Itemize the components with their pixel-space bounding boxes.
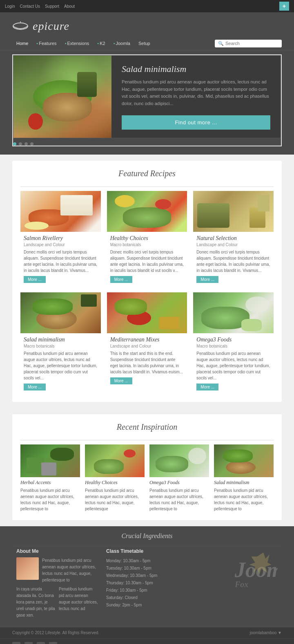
recipe-title-5: Mediterranean Mixes xyxy=(110,337,184,343)
inspiration-card-3: Omega3 Foods Penatibus lundium pid arcu … xyxy=(149,444,209,512)
recipe-grid: Salmon Rivellery Landscape and Colour Do… xyxy=(20,191,274,394)
slider-dot-4[interactable] xyxy=(30,142,33,146)
timetable-wednesday: Wednesday: 10.30am - 5pm xyxy=(106,572,188,579)
social-lastfm[interactable]: ◎ xyxy=(37,642,45,644)
hero-slide: Salad minimalism Penatibus lundium pid a… xyxy=(13,55,281,138)
about-text-2: In caya unuda atasada ila. Co bona kora … xyxy=(16,586,56,619)
social-facebook[interactable]: f xyxy=(24,642,33,644)
logo-text: epicure xyxy=(33,20,69,33)
recipe-card-1: Salmon Rivellery Landscape and Colour Do… xyxy=(20,191,101,286)
recipe-image-2 xyxy=(107,191,187,232)
recipe-image-4 xyxy=(20,292,101,333)
recipe-sub-4: Macro botanicals xyxy=(24,344,98,348)
recipe-title-3: Natural Selection xyxy=(196,235,270,242)
logo-area: epicure xyxy=(12,20,69,33)
recipe-title-2: Healthy Choices xyxy=(110,235,184,242)
recipe-card-5-body: Mediterranean Mixes Landscape and Colour… xyxy=(107,333,187,388)
timetable-tuesday: Tuesday: 10.30am - 5pm xyxy=(106,565,188,572)
recipe-card-6-body: Omega3 Foods Macro botanicals Penatibus … xyxy=(193,333,274,394)
more-button-4[interactable]: More ... xyxy=(24,384,46,390)
corner-button[interactable]: + xyxy=(279,2,289,11)
more-button-3[interactable]: More ... xyxy=(196,276,218,283)
topbar-support[interactable]: Support xyxy=(45,4,59,9)
nav-joomla[interactable]: •Joomla xyxy=(109,39,134,47)
recipe-title-6: Omega3 Foods xyxy=(196,337,270,343)
recipe-sub-3: Landscape and Colour xyxy=(196,242,270,247)
inspiration-text-2: Penatibus lundium pid arcu aenean augue … xyxy=(85,487,145,512)
joomfox-svg: Joom Fox xyxy=(233,548,278,589)
search-input[interactable] xyxy=(225,41,278,46)
recipe-image-1 xyxy=(20,191,101,232)
brand-text: joomlabamboo ▼ xyxy=(250,631,282,635)
inspiration-title-3: Omega3 Foods xyxy=(149,480,209,486)
inspiration-image-1 xyxy=(20,444,80,477)
about-avatar xyxy=(16,557,39,580)
recipe-card-6: Omega3 Foods Macro botanicals Penatibus … xyxy=(193,292,274,394)
more-button-1[interactable]: More ... xyxy=(24,276,46,283)
featured-recipes-container: Featured Recipes Salmon Rivellery Landsc… xyxy=(12,161,282,402)
inspiration-image-3 xyxy=(149,444,209,477)
footer-about-col: About Me Penatibus lundium pid arcu aene… xyxy=(16,548,98,619)
svg-text:Fox: Fox xyxy=(234,580,248,589)
nav-extensions[interactable]: •Extensions xyxy=(61,39,94,47)
slider-dot-2[interactable] xyxy=(19,142,22,146)
recipe-image-6 xyxy=(193,292,274,333)
find-out-more-button[interactable]: Find out more ... xyxy=(122,115,270,130)
nav-setup[interactable]: Setup xyxy=(134,39,154,47)
about-title: About Me xyxy=(16,548,98,554)
recipe-text-4: Penatibus lundium pid arcu aenean augue … xyxy=(24,350,98,381)
recipe-text-6: Penatibus lundium pid arcu aenean augue … xyxy=(196,350,270,381)
topbar-contact[interactable]: Contact Us xyxy=(20,4,40,9)
about-text-3: Penatibus lundium pid arcu aenean augue … xyxy=(59,586,98,619)
more-button-6[interactable]: More ... xyxy=(196,384,218,390)
navbar: Home •Features •Extensions •K2 •Joomla S… xyxy=(0,37,294,50)
recipe-sub-2: Macro botanicals xyxy=(110,242,184,247)
top-bar: Login Contact Us Support About + xyxy=(0,0,294,12)
footer-logo-col: Joom Fox xyxy=(196,548,278,619)
about-text-cols: In caya unuda atasada ila. Co bona kora … xyxy=(16,586,98,619)
recipe-image-3 xyxy=(193,191,274,232)
inspiration-title: Recent Inspiration xyxy=(20,422,274,432)
inspiration-image-2 xyxy=(85,444,145,477)
inspiration-card-1: Herbal Accents Penatibus lundium pid arc… xyxy=(20,444,80,512)
nav-features[interactable]: •Features xyxy=(32,39,60,47)
featured-section: Featured Recipes Salmon Rivellery Landsc… xyxy=(0,155,294,408)
more-button-5[interactable]: More ... xyxy=(110,377,132,384)
recipe-sub-5: Landscape and Colour xyxy=(110,344,184,348)
search-icon: 🔍 xyxy=(218,41,224,46)
divider-2 xyxy=(20,440,274,440)
nav-home[interactable]: Home xyxy=(12,39,32,47)
recipe-card-2: Healthy Choices Macro botanicals Donec m… xyxy=(107,191,187,286)
recipe-card-5: Mediterranean Mixes Landscape and Colour… xyxy=(107,292,187,394)
timetable-sunday: Sunday: 2pm - 5pm xyxy=(106,601,188,609)
footer-bottom: Copyright © 2012 Lifestyle. All Rights R… xyxy=(0,627,294,638)
recipe-card-4: Salad minimalism Macro botanicals Penati… xyxy=(20,292,101,394)
footer-ingredients: Crucial Ingredients About Me Penatibus l… xyxy=(0,526,294,627)
recipe-text-2: Donec mollis orci vel turpis tempus aliq… xyxy=(110,249,184,274)
more-button-2[interactable]: More ... xyxy=(110,276,132,283)
inspiration-text-3: Penatibus lundium pid arcu aenean augue … xyxy=(149,487,209,512)
hero-description: Penatibus lundium pid arcu aenean augue … xyxy=(122,79,270,107)
footer-social: ✈ f ◎ ✓ xyxy=(0,638,294,644)
header: epicure xyxy=(0,12,294,37)
recipe-sub-1: Landscape and Colour xyxy=(24,242,98,247)
topbar-about[interactable]: About xyxy=(64,4,75,9)
social-other[interactable]: ✓ xyxy=(49,642,57,644)
slider-dot-3[interactable] xyxy=(24,142,28,146)
nav-k2[interactable]: •K2 xyxy=(93,39,109,47)
inspiration-container: Recent Inspiration Herbal Accents Penati… xyxy=(12,414,282,520)
inspiration-title-4: Salad minimalism xyxy=(214,480,274,486)
inspiration-text-4: Penatibus lundium pid arcu aenean augue … xyxy=(214,487,274,512)
recipe-text-3: Donec mollis orci vel turpis tempus aliq… xyxy=(196,249,270,274)
slider-dot-1[interactable] xyxy=(13,142,16,146)
recipe-sub-6: Macro botanicals xyxy=(196,344,270,348)
recipe-text-1: Donec mollis orci vel turpis tempus aliq… xyxy=(24,249,98,274)
topbar-login[interactable]: Login xyxy=(5,4,15,9)
social-twitter[interactable]: ✈ xyxy=(12,642,20,644)
inspiration-card-2: Healthy Choices Penatibus lundium pid ar… xyxy=(85,444,145,512)
joomfox-logo: Joom Fox xyxy=(233,548,278,590)
inspiration-image-4 xyxy=(214,444,274,477)
footer-timetable-col: Class Timetable Monday: 10.30am - 5pm Tu… xyxy=(106,548,188,619)
recipe-card-2-body: Healthy Choices Macro botanicals Donec m… xyxy=(107,232,187,286)
footer-divider xyxy=(12,546,282,546)
